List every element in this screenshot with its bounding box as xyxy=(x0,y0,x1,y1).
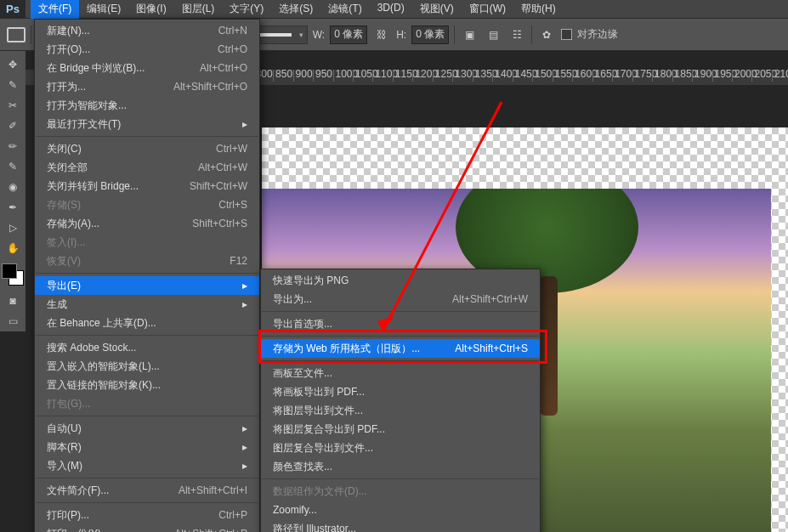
hand-tool-icon[interactable]: ✋ xyxy=(1,238,25,258)
menu-item-shortcut: Ctrl+S xyxy=(218,199,247,211)
menu-item[interactable]: 图层复合导出到文件... xyxy=(261,439,540,457)
menu-item[interactable]: 搜索 Adobe Stock... xyxy=(35,338,259,357)
ruler-tick: 900 xyxy=(293,70,313,82)
menu-item[interactable]: 导出为...Alt+Shift+Ctrl+W xyxy=(261,290,540,308)
menu-item[interactable]: 导入(M)▸ xyxy=(35,456,259,475)
menu-item[interactable]: 将图层复合导出到 PDF... xyxy=(261,420,540,439)
menu-item[interactable]: 存储为 Web 所用格式（旧版）...Alt+Shift+Ctrl+S xyxy=(261,339,540,358)
gear-icon[interactable]: ✿ xyxy=(537,25,556,44)
menubar-item[interactable]: 文件(F) xyxy=(31,0,79,19)
move-tool-icon[interactable]: ✥ xyxy=(1,54,25,75)
menu-item[interactable]: 打印(P)...Ctrl+P xyxy=(35,506,259,524)
pathops-icon[interactable]: ▣ xyxy=(460,25,479,44)
link-icon[interactable]: ⛓ xyxy=(372,25,391,44)
width-field[interactable]: 0 像素 xyxy=(330,25,367,44)
menu-item[interactable]: 将图层导出到文件... xyxy=(261,401,540,420)
shape-rect-icon[interactable] xyxy=(7,27,26,42)
app-logo: Ps xyxy=(0,0,26,19)
menu-item: 数据组作为文件(D)... xyxy=(261,482,540,501)
menu-item[interactable]: 画板至文件... xyxy=(261,364,540,382)
menu-item-shortcut: Ctrl+O xyxy=(218,43,247,55)
menu-item[interactable]: 导出(E)▸ xyxy=(35,276,259,295)
menu-item[interactable]: 在 Bridge 中浏览(B)...Alt+Ctrl+O xyxy=(35,59,259,77)
separator xyxy=(31,25,31,44)
menu-item[interactable]: 生成▸ xyxy=(35,295,259,314)
separator xyxy=(531,25,532,44)
menu-item-label: 关闭全部 xyxy=(47,161,198,175)
align-icon[interactable]: ▤ xyxy=(484,25,502,44)
menu-item[interactable]: 将画板导出到 PDF... xyxy=(261,382,540,401)
snap-edges-label: 对齐边缘 xyxy=(577,27,618,42)
menu-item[interactable]: 存储为(A)...Shift+Ctrl+S xyxy=(35,214,259,233)
menu-item-label: 在 Bridge 中浏览(B)... xyxy=(47,61,200,76)
menu-item-label: 关闭(C) xyxy=(47,142,216,156)
menu-item-shortcut: Alt+Ctrl+W xyxy=(198,161,247,173)
menubar-item[interactable]: 图层(L) xyxy=(174,0,223,19)
menu-item: 存储(S)Ctrl+S xyxy=(35,195,259,214)
menu-item[interactable]: 文件简介(F)...Alt+Shift+Ctrl+I xyxy=(35,481,259,500)
menu-item-label: 存储为(A)... xyxy=(47,217,192,231)
menu-item-label: 新建(N)... xyxy=(47,24,218,38)
menu-item[interactable]: 最近打开文件(T)▸ xyxy=(35,115,259,133)
menu-item[interactable]: 快速导出为 PNG xyxy=(261,271,540,290)
menu-item-label: 数据组作为文件(D)... xyxy=(273,484,528,499)
menu-item-label: 存储为 Web 所用格式（旧版）... xyxy=(273,342,455,356)
menu-item[interactable]: 打开为智能对象... xyxy=(35,96,259,115)
menu-item-label: 将画板导出到 PDF... xyxy=(273,385,528,399)
menubar-item[interactable]: 图像(I) xyxy=(128,0,173,19)
menu-item-label: 生成 xyxy=(47,297,239,312)
menu-item-label: 打印一份(Y) xyxy=(47,527,174,533)
menu-item[interactable]: 新建(N)...Ctrl+N xyxy=(35,21,259,40)
menu-item-shortcut: Alt+Ctrl+O xyxy=(200,62,247,74)
blur-tool-icon[interactable]: ◉ xyxy=(1,177,25,197)
menubar-item[interactable]: 3D(D) xyxy=(370,0,412,19)
snap-edges-checkbox[interactable] xyxy=(561,29,572,40)
menu-item[interactable]: 打印一份(Y)Alt+Shift+Ctrl+P xyxy=(35,524,259,532)
menu-item-label: 置入链接的智能对象(K)... xyxy=(47,378,247,393)
menu-item-label: 路径到 Illustrator... xyxy=(273,522,528,533)
menubar-item[interactable]: 视图(V) xyxy=(412,0,462,19)
menu-item[interactable]: 置入嵌入的智能对象(L)... xyxy=(35,357,259,376)
swatch-block[interactable] xyxy=(2,263,24,286)
menu-item[interactable]: 在 Behance 上共享(D)... xyxy=(35,314,259,332)
menubar-item[interactable]: 编辑(E) xyxy=(79,0,128,19)
menu-item-label: 最近打开文件(T) xyxy=(47,117,239,132)
menu-item[interactable]: 导出首选项... xyxy=(261,314,540,333)
menubar-item[interactable]: 窗口(W) xyxy=(462,0,513,19)
eyedropper-tool-icon[interactable]: ✐ xyxy=(1,116,25,136)
menu-item[interactable]: 打开(O)...Ctrl+O xyxy=(35,40,259,59)
menu-item[interactable]: 脚本(R)▸ xyxy=(35,438,259,456)
menu-item-shortcut: F12 xyxy=(230,255,247,267)
menubar-item[interactable]: 选择(S) xyxy=(271,0,320,19)
fg-swatch[interactable] xyxy=(2,263,17,279)
menu-item-shortcut: Ctrl+P xyxy=(218,509,247,521)
path-tool-icon[interactable]: ▷ xyxy=(1,218,25,238)
menu-item-shortcut: Shift+Ctrl+W xyxy=(190,180,247,192)
menu-item[interactable]: 关闭并转到 Bridge...Shift+Ctrl+W xyxy=(35,177,259,195)
menu-item[interactable]: 颜色查找表... xyxy=(261,457,540,476)
heal-tool-icon[interactable]: ✎ xyxy=(1,156,25,177)
pen-tool-icon[interactable]: ✒ xyxy=(1,197,25,218)
menu-separator xyxy=(262,478,539,479)
menu-item[interactable]: 自动(U)▸ xyxy=(35,419,259,438)
menubar-item[interactable]: 滤镜(T) xyxy=(320,0,369,19)
width-label: W: xyxy=(313,29,325,41)
menu-item[interactable]: Zoomify... xyxy=(261,501,540,519)
arrange-icon[interactable]: ☷ xyxy=(507,25,526,44)
height-field[interactable]: 0 像素 xyxy=(411,25,449,44)
screenmode-icon[interactable]: ▭ xyxy=(1,311,25,331)
crop-tool-icon[interactable]: ✂ xyxy=(1,95,25,116)
brush-tool-icon[interactable]: ✏ xyxy=(1,136,25,156)
separator xyxy=(454,25,455,44)
submenu-arrow-icon: ▸ xyxy=(239,280,247,291)
menu-item[interactable]: 路径到 Illustrator... xyxy=(261,519,540,532)
menu-item[interactable]: 关闭全部Alt+Ctrl+W xyxy=(35,158,259,177)
menu-item-shortcut: Alt+Shift+Ctrl+S xyxy=(455,342,528,354)
menubar-item[interactable]: 帮助(H) xyxy=(513,0,564,19)
menu-item[interactable]: 关闭(C)Ctrl+W xyxy=(35,139,259,158)
lasso-tool-icon[interactable]: ✎ xyxy=(1,75,25,95)
quickmask-icon[interactable]: ◙ xyxy=(1,291,25,311)
menu-item[interactable]: 置入链接的智能对象(K)... xyxy=(35,376,259,394)
menu-item[interactable]: 打开为...Alt+Shift+Ctrl+O xyxy=(35,77,259,96)
menubar-item[interactable]: 文字(Y) xyxy=(222,0,271,19)
